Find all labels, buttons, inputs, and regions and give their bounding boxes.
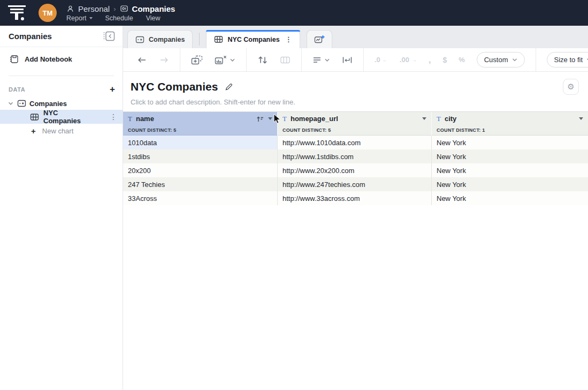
sidebar-item-companies[interactable]: Companies	[0, 97, 123, 110]
column-menu-caret-icon[interactable]	[268, 117, 272, 120]
chart-description-placeholder[interactable]: Click to add chart description. Shift-en…	[123, 93, 588, 106]
table-icon	[214, 35, 223, 43]
currency-format-button[interactable]: $	[442, 56, 447, 64]
remove-chart-button[interactable]	[215, 55, 235, 65]
table-row: 33Across http://www.33across.com New Yor…	[123, 191, 588, 205]
column-summary: COUNT DISTINCT: 5	[123, 125, 277, 136]
gear-icon: ⚙	[567, 82, 574, 92]
topbar: TM Personal › Companies R	[0, 0, 588, 26]
table-cell[interactable]: 1010data	[123, 136, 278, 149]
trevor-logo-icon[interactable]	[7, 5, 27, 21]
column-header-city[interactable]: T city COUNT DISTINCT: 1	[432, 112, 588, 136]
add-chart-tab[interactable]	[307, 30, 332, 48]
new-chart-button[interactable]: + New chart	[0, 124, 123, 138]
settings-button[interactable]: ⚙	[563, 79, 579, 95]
table-header-row: T name	[123, 112, 588, 136]
table-cell[interactable]: 247 Techies	[123, 177, 278, 191]
table-cell[interactable]: 20x200	[123, 163, 278, 177]
tab-separator	[199, 33, 200, 46]
breadcrumb-separator: ›	[113, 5, 116, 13]
percent-format-button[interactable]: %	[459, 56, 465, 63]
tab-companies[interactable]: Companies	[127, 30, 193, 48]
columns-button[interactable]	[280, 56, 291, 64]
text-type-icon: T	[282, 115, 287, 123]
table-cell[interactable]: http://www.1010data.com	[278, 136, 432, 149]
table-row: 1010data http://www.1010data.com New Yor…	[123, 136, 588, 149]
kebab-menu-icon[interactable]: ⋮	[104, 112, 123, 121]
table-cell[interactable]: http://www.247techies.com	[278, 177, 432, 191]
add-chart-icon	[314, 35, 325, 44]
table-cell[interactable]: 33Across	[123, 191, 278, 205]
redo-button[interactable]	[159, 56, 169, 64]
duplicate-step-button[interactable]	[191, 55, 203, 65]
report-icon	[17, 99, 26, 108]
app-window: TM Personal › Companies R	[0, 0, 588, 390]
avatar[interactable]: TM	[39, 4, 57, 22]
table-row: 247 Techies http://www.247techies.com Ne…	[123, 177, 588, 191]
chevron-down-icon[interactable]	[7, 100, 14, 107]
add-notebook-button[interactable]: Add Notebook	[0, 47, 123, 70]
tab-nyc-companies[interactable]: NYC Companies ⋮	[206, 30, 300, 48]
sort-ascending-icon[interactable]	[256, 116, 264, 122]
sidebar-title: Companies	[9, 32, 52, 41]
column-header-name[interactable]: T name	[123, 112, 278, 136]
table-cell[interactable]: http://www.33across.com	[278, 191, 432, 205]
table-cell[interactable]: New York	[432, 191, 588, 205]
column-header-homepage-url[interactable]: T homepage_url COUNT DISTINCT: 5	[278, 112, 432, 136]
notebook-icon	[10, 55, 19, 64]
datasource-icon	[120, 4, 128, 13]
table-row: 20x200 http://www.20x200.com New York	[123, 163, 588, 177]
menu-report[interactable]: Report	[66, 14, 93, 22]
tab-menu-icon[interactable]: ⋮	[284, 35, 292, 43]
edit-pencil-icon[interactable]	[225, 82, 233, 91]
tab-bar: Companies NYC Companies ⋮	[123, 26, 588, 48]
chevron-down-icon	[89, 17, 93, 19]
report-icon	[135, 35, 144, 44]
table-cell[interactable]: New York	[432, 136, 588, 149]
menu-schedule[interactable]: Schedule	[105, 14, 133, 22]
text-type-icon: T	[437, 115, 441, 123]
table-cell[interactable]: http://www.20x200.com	[278, 163, 432, 177]
decrease-decimal-button[interactable]: .0←	[375, 56, 388, 63]
text-type-icon: T	[128, 115, 132, 123]
chevron-down-icon	[512, 58, 517, 62]
table-cell[interactable]: 1stdibs	[123, 149, 278, 163]
chevron-down-icon	[324, 58, 330, 62]
toolbar: .0← .00→ , $ % Custom	[123, 48, 588, 72]
thousands-separator-button[interactable]: ,	[429, 56, 431, 64]
custom-format-dropdown[interactable]: Custom	[477, 52, 525, 68]
table-cell[interactable]: New York	[432, 177, 588, 191]
chevron-down-icon	[230, 58, 235, 62]
column-menu-caret-icon[interactable]	[579, 117, 583, 120]
align-button[interactable]	[312, 56, 330, 64]
breadcrumb: Personal › Companies	[66, 4, 175, 13]
increase-decimal-button[interactable]: .00→	[400, 56, 417, 63]
table-icon	[30, 113, 39, 121]
collapse-sidebar-button[interactable]	[102, 30, 116, 42]
column-menu-caret-icon[interactable]	[422, 117, 426, 120]
table-cell[interactable]: New York	[432, 163, 588, 177]
undo-button[interactable]	[137, 56, 147, 64]
plus-icon: +	[31, 126, 36, 136]
menu-view[interactable]: View	[146, 14, 161, 22]
sort-button[interactable]	[257, 55, 268, 65]
wrap-text-button[interactable]	[342, 56, 353, 64]
chart-canvas: ⚙ NYC Companies Click to add chart descr…	[123, 72, 588, 390]
table-cell[interactable]: http://www.1stdibs.com	[278, 149, 432, 163]
add-data-button[interactable]: +	[110, 85, 115, 94]
breadcrumb-project[interactable]: Companies	[132, 4, 175, 13]
column-summary: COUNT DISTINCT: 5	[278, 125, 431, 136]
column-summary: COUNT DISTINCT: 1	[432, 125, 588, 136]
data-section-label: DATA	[9, 86, 25, 93]
sidebar-item-nyc-companies[interactable]: NYC Companies ⋮	[0, 110, 123, 124]
data-table: T name	[123, 111, 588, 205]
topbar-menu: Report Schedule View	[66, 14, 175, 22]
page-title[interactable]: NYC Companies	[131, 80, 218, 93]
table-cell[interactable]: New York	[432, 149, 588, 163]
sidebar: Companies Add Notebo	[0, 26, 123, 390]
breadcrumb-workspace[interactable]: Personal	[78, 4, 110, 13]
person-icon	[66, 5, 74, 13]
size-to-fit-dropdown[interactable]: Size to fit	[547, 52, 588, 68]
table-row: 1stdibs http://www.1stdibs.com New York	[123, 149, 588, 163]
